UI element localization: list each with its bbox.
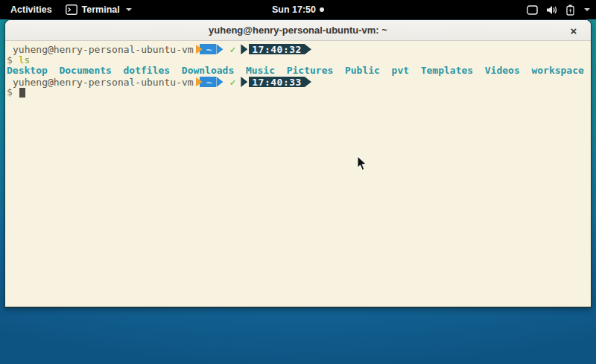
battery-charging-icon — [566, 4, 574, 16]
powerline-arrow-icon — [216, 44, 223, 54]
prompt-user-host: yuheng@henry-personal-ubuntu-vm — [7, 77, 194, 88]
terminal-app-icon — [66, 4, 77, 15]
prompt-cwd: ~ — [206, 44, 212, 55]
app-menu-label: Terminal — [82, 4, 120, 15]
top-bar: Activities Terminal Sun 17:50 — [0, 0, 596, 19]
clock-label: Sun 17:50 — [272, 4, 316, 15]
clock-button[interactable]: Sun 17:50 — [272, 4, 324, 15]
prompt-line: yuheng@henry-personal-ubuntu-vm ~ ✓ 17:4… — [7, 77, 591, 88]
chevron-down-icon — [584, 8, 590, 11]
input-line[interactable]: $ — [7, 87, 591, 98]
window-titlebar[interactable]: yuheng@henry-personal-ubuntu-vm: ~ × — [5, 20, 591, 41]
top-bar-left: Activities Terminal — [0, 3, 132, 16]
close-button[interactable]: × — [564, 20, 583, 41]
directory-listing: Desktop Documents dotfiles Downloads Mus… — [7, 65, 584, 76]
powerline-arrow-icon — [216, 77, 223, 87]
chevron-down-icon — [126, 8, 132, 11]
text-cursor — [19, 88, 25, 98]
volume-icon — [546, 5, 558, 15]
terminal-window: yuheng@henry-personal-ubuntu-vm: ~ × yuh… — [4, 19, 592, 308]
status-check-icon: ✓ — [229, 77, 235, 88]
activities-button[interactable]: Activities — [7, 3, 55, 16]
command-line: $ ls — [7, 55, 591, 66]
prompt-char: $ — [7, 86, 13, 98]
typed-command: ls — [19, 54, 31, 66]
powerline-arrow-icon — [241, 44, 247, 54]
terminal-content[interactable]: yuheng@henry-personal-ubuntu-vm ~ ✓ 17:4… — [5, 41, 591, 307]
system-status-area[interactable] — [527, 0, 590, 19]
recording-dot-icon — [320, 7, 324, 12]
desktop: { "top_bar": { "activities_label": "Acti… — [0, 0, 596, 364]
prompt-time: 17:40:33 — [252, 77, 302, 88]
prompt-time-segment: 17:40:32 — [249, 44, 305, 54]
powerline-arrow-icon — [241, 77, 247, 87]
app-menu-terminal[interactable]: Terminal — [66, 4, 132, 15]
status-check-icon: ✓ — [229, 44, 235, 55]
powerline-arrow-icon — [305, 44, 311, 54]
prompt-time-segment: 17:40:33 — [249, 77, 305, 87]
prompt-line: yuheng@henry-personal-ubuntu-vm ~ ✓ 17:4… — [7, 44, 591, 55]
screen-share-icon — [527, 5, 538, 15]
window-title: yuheng@henry-personal-ubuntu-vm: ~ — [209, 25, 387, 36]
prompt-char: $ — [7, 54, 13, 66]
prompt-time: 17:40:32 — [252, 44, 302, 55]
prompt-cwd: ~ — [206, 77, 212, 88]
powerline-arrow-icon — [305, 77, 311, 87]
prompt-user-host: yuheng@henry-personal-ubuntu-vm — [7, 44, 194, 55]
ls-output-line: Desktop Documents dotfiles Downloads Mus… — [7, 66, 591, 77]
